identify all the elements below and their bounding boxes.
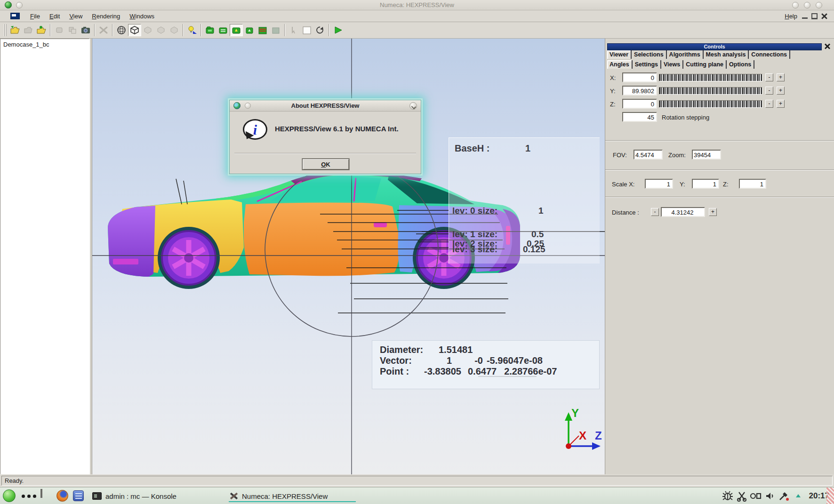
firefox-icon[interactable] (56, 490, 68, 502)
toolbar-handle[interactable] (4, 24, 7, 36)
fov-field[interactable]: 4.5474 (634, 150, 663, 160)
menu-help[interactable]: Help (780, 11, 802, 21)
window-close-button[interactable] (816, 2, 822, 8)
open-folder-icon[interactable] (8, 24, 22, 36)
task-button-konsole[interactable]: admin : mc — Konsole (88, 488, 225, 504)
vector-row: Vector: 1 -0 -5.96047e-08 (380, 355, 543, 367)
volume-icon[interactable] (763, 490, 777, 502)
y-increment-button[interactable]: + (777, 87, 785, 95)
x-angle-field[interactable]: 0 (622, 72, 657, 82)
tab-cutting-plane[interactable]: Cutting plane (683, 60, 727, 69)
keyboard-layout-icon[interactable] (749, 490, 763, 502)
z-increment-button[interactable]: + (777, 100, 785, 108)
tab-selections[interactable]: Selections (632, 50, 667, 59)
tab-algorithms[interactable]: Algorithms (667, 50, 704, 59)
mdi-window-icon[interactable] (10, 13, 20, 19)
show-solid-icon[interactable] (230, 24, 243, 36)
window-minimize-button[interactable] (792, 2, 799, 8)
menu-file[interactable]: File (25, 11, 45, 21)
zoom-field[interactable]: 39454 (692, 150, 721, 160)
updater-arrow-icon[interactable] (791, 490, 805, 502)
y-thumbwheel[interactable] (659, 87, 762, 95)
status-text: Ready. (1, 476, 833, 486)
shaded-cube-icon[interactable] (128, 24, 141, 36)
controls-close-icon[interactable] (824, 43, 831, 50)
distance-field[interactable]: 4.31242 (661, 207, 705, 217)
scale-z-field[interactable]: 1 (739, 179, 766, 189)
tab-connections[interactable]: Connections (749, 50, 790, 59)
tab-options[interactable]: Options (727, 60, 754, 69)
ok-button[interactable]: OK (302, 159, 349, 170)
blank-square-icon[interactable] (300, 24, 313, 36)
rotation-step-field[interactable]: 45 (622, 112, 657, 122)
view-mode-disabled-icon-1 (141, 24, 154, 36)
snapshot-camera-icon[interactable] (79, 24, 92, 36)
tab-settings[interactable]: Settings (633, 60, 661, 69)
mdi-restore-icon[interactable] (811, 14, 818, 19)
show-grid-icon[interactable] (256, 24, 269, 36)
desktop-2[interactable] (41, 489, 42, 498)
x-increment-button[interactable]: + (777, 73, 785, 81)
scale-x-field[interactable]: 1 (645, 179, 673, 189)
rotate-view-icon[interactable] (313, 24, 327, 36)
tab-viewer[interactable]: Viewer (607, 50, 632, 59)
menu-edit[interactable]: Edit (45, 11, 64, 21)
level-0-readout: lev: 0 size: 1 (452, 206, 605, 217)
panel-menu-icon[interactable] (22, 495, 36, 498)
rotation-step-label: Rotation stepping (662, 114, 709, 121)
light-toggle-icon[interactable] (185, 24, 199, 36)
list-item-democase[interactable]: Democase_1_bc (3, 41, 86, 48)
system-tray: 20:17 (721, 488, 834, 504)
viewport-3d[interactable]: Y X Z BaseH : 1 lev: 0 size: 1 lev: 1 si… (92, 39, 605, 474)
bug-tracker-icon[interactable] (721, 490, 735, 502)
show-edges-icon[interactable] (217, 24, 230, 36)
undo-disabled-icon (53, 24, 66, 36)
point-row: Point : -3.83805 0.6477 2.28766e-07 (380, 366, 557, 377)
menu-view[interactable]: View (64, 11, 87, 21)
dialog-message: HEXPRESS/View 6.1 by NUMECA Int. (275, 125, 416, 133)
scale-y-field[interactable]: 1 (692, 179, 719, 189)
export-folder-icon[interactable] (35, 24, 48, 36)
menu-windows[interactable]: Windows (125, 11, 159, 21)
point-y: 0.6477 (468, 366, 497, 377)
level-3-readout: lev: 3 size: 0.125 (452, 244, 605, 256)
wireframe-sphere-icon[interactable] (115, 24, 128, 36)
window-titlebar[interactable]: Numeca: HEXPRESS/View (0, 0, 834, 10)
tab-angles[interactable]: Angles (607, 60, 633, 69)
zoom-label: Zoom: (668, 152, 686, 159)
show-faces-icon[interactable] (203, 24, 217, 36)
z-decrement-button[interactable]: - (765, 100, 773, 108)
window-maximize-button[interactable] (804, 2, 810, 8)
dialog-shade-button[interactable] (409, 102, 417, 110)
panel-hide-grip[interactable] (826, 488, 834, 504)
task-button-numeca[interactable]: Numeca: HEXPRESS/View (226, 488, 375, 504)
konsole-icon (92, 492, 102, 500)
start-menu-button[interactable] (3, 489, 16, 502)
klipper-scissors-icon[interactable] (735, 490, 749, 502)
statusbar: Ready. (0, 474, 834, 487)
separator (605, 140, 834, 141)
main-area: Democase_1_bc (0, 39, 834, 474)
distance-decrement-button[interactable]: - (651, 208, 659, 216)
project-list[interactable]: Democase_1_bc (0, 39, 89, 474)
dialog-titlebar[interactable]: About HEXPRESS/View (230, 100, 421, 112)
x-decrement-button[interactable]: - (765, 73, 773, 81)
konsole-task-label: admin : mc — Konsole (105, 492, 176, 500)
y-decrement-button[interactable]: - (765, 87, 773, 95)
distance-increment-button[interactable]: + (709, 208, 717, 216)
mdi-close-icon[interactable] (821, 13, 827, 19)
x-thumbwheel[interactable] (659, 74, 762, 81)
desktop-pager[interactable] (40, 489, 53, 503)
mdi-minimize-icon[interactable] (802, 17, 808, 19)
z-thumbwheel[interactable] (659, 100, 762, 108)
show-shell-icon[interactable] (243, 24, 256, 36)
run-play-icon[interactable] (331, 24, 345, 36)
file-manager-icon[interactable] (73, 490, 84, 501)
z-angle-field[interactable]: 0 (622, 99, 657, 109)
z-angle-label: Z: (610, 101, 616, 108)
network-plug-icon[interactable] (777, 490, 791, 502)
tab-mesh-analysis[interactable]: Mesh analysis (704, 50, 749, 59)
y-angle-field[interactable]: 89.9802 (622, 86, 657, 96)
tab-views[interactable]: Views (661, 60, 683, 69)
menu-rendering[interactable]: Rendering (87, 11, 125, 21)
